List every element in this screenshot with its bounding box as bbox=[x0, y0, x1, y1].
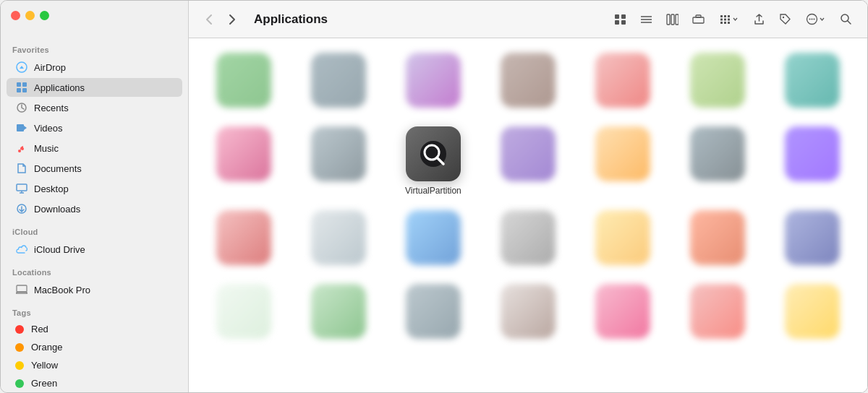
list-item[interactable] bbox=[678, 126, 758, 196]
app-grid: VirtualPartition bbox=[203, 53, 853, 343]
tags-section-label: Tags bbox=[1, 300, 188, 320]
list-item[interactable] bbox=[678, 53, 758, 112]
app-icon bbox=[785, 53, 840, 108]
icon-view-button[interactable] bbox=[608, 9, 631, 30]
app-icon bbox=[690, 126, 745, 181]
sidebar-item-tag-red[interactable]: Red bbox=[7, 321, 182, 337]
column-view-button[interactable] bbox=[660, 9, 684, 30]
app-icon bbox=[311, 210, 366, 265]
music-icon bbox=[15, 142, 28, 155]
list-item[interactable] bbox=[203, 126, 284, 196]
list-item[interactable] bbox=[583, 53, 663, 112]
downloads-icon bbox=[15, 202, 28, 215]
list-item[interactable] bbox=[393, 284, 473, 343]
svg-rect-2 bbox=[22, 82, 27, 87]
list-item[interactable] bbox=[488, 53, 568, 112]
tag-green-label: Green bbox=[31, 378, 57, 389]
svg-rect-12 bbox=[17, 285, 27, 292]
sidebar-item-icloud-drive[interactable]: iCloud Drive bbox=[7, 240, 182, 259]
icloud-icon bbox=[15, 243, 28, 256]
app-icon bbox=[311, 126, 366, 181]
list-view-button[interactable] bbox=[634, 9, 658, 30]
app-icon bbox=[595, 210, 650, 265]
sidebar-item-airdrop[interactable]: AirDrop bbox=[7, 58, 182, 77]
list-item[interactable] bbox=[298, 53, 378, 112]
maximize-button[interactable] bbox=[40, 11, 49, 20]
sidebar-item-downloads[interactable]: Downloads bbox=[7, 199, 182, 218]
list-item[interactable] bbox=[678, 210, 758, 269]
svg-rect-31 bbox=[728, 15, 730, 17]
svg-rect-15 bbox=[615, 20, 619, 25]
list-item[interactable] bbox=[393, 210, 473, 269]
list-item[interactable] bbox=[298, 210, 378, 269]
list-item[interactable] bbox=[678, 284, 758, 343]
list-item[interactable] bbox=[488, 126, 568, 196]
recents-label: Recents bbox=[34, 103, 69, 113]
sidebar-item-recents[interactable]: Recents bbox=[7, 98, 182, 117]
videos-label: Videos bbox=[34, 123, 63, 134]
list-item[interactable] bbox=[773, 126, 853, 196]
share-button[interactable] bbox=[747, 9, 770, 30]
app-icon bbox=[216, 126, 271, 181]
sidebar-item-videos[interactable]: Videos bbox=[7, 118, 182, 137]
svg-rect-1 bbox=[17, 82, 21, 87]
content-area: VirtualPartition bbox=[189, 38, 867, 392]
svg-point-36 bbox=[809, 19, 811, 20]
svg-rect-10 bbox=[17, 184, 27, 191]
gallery-view-button[interactable] bbox=[686, 9, 710, 30]
tag-button[interactable] bbox=[773, 9, 796, 30]
list-item[interactable] bbox=[488, 284, 568, 343]
music-label: Music bbox=[34, 143, 59, 154]
svg-marker-7 bbox=[24, 126, 27, 130]
svg-point-9 bbox=[21, 147, 24, 150]
virtual-partition-item[interactable]: VirtualPartition bbox=[393, 126, 473, 196]
forward-button[interactable] bbox=[222, 9, 242, 30]
icloud-drive-label: iCloud Drive bbox=[34, 244, 85, 255]
sidebar-item-tag-orange[interactable]: Orange bbox=[7, 339, 182, 355]
virtual-partition-icon bbox=[406, 126, 461, 181]
list-item[interactable] bbox=[298, 284, 378, 343]
list-item[interactable] bbox=[203, 284, 284, 343]
app-icon bbox=[501, 284, 556, 339]
tag-yellow-dot bbox=[15, 361, 24, 370]
window-controls bbox=[11, 11, 49, 20]
svg-rect-21 bbox=[671, 14, 674, 25]
list-item[interactable] bbox=[773, 210, 853, 269]
svg-point-8 bbox=[18, 150, 21, 152]
downloads-label: Downloads bbox=[34, 204, 80, 215]
svg-line-40 bbox=[847, 21, 851, 25]
toolbar-title: Applications bbox=[254, 12, 603, 27]
sort-button[interactable] bbox=[712, 9, 744, 30]
app-icon bbox=[785, 210, 840, 265]
sidebar-item-tag-yellow[interactable]: Yellow bbox=[7, 357, 182, 373]
sidebar-item-macbook-pro[interactable]: MacBook Pro bbox=[7, 280, 182, 299]
list-item[interactable] bbox=[773, 53, 853, 112]
list-item[interactable] bbox=[203, 210, 284, 269]
close-button[interactable] bbox=[11, 11, 20, 20]
back-button[interactable] bbox=[199, 9, 219, 30]
tag-orange-dot bbox=[15, 343, 24, 352]
list-item[interactable] bbox=[298, 126, 378, 196]
svg-point-38 bbox=[814, 19, 815, 20]
search-button[interactable] bbox=[834, 9, 857, 30]
list-item[interactable] bbox=[583, 284, 663, 343]
sidebar-item-music[interactable]: Music bbox=[7, 139, 182, 157]
list-item[interactable] bbox=[583, 126, 663, 196]
list-item[interactable] bbox=[393, 53, 473, 112]
svg-rect-14 bbox=[621, 14, 626, 19]
list-item[interactable] bbox=[203, 53, 284, 112]
sidebar-item-tag-green[interactable]: Green bbox=[7, 375, 182, 392]
app-icon bbox=[785, 126, 840, 181]
svg-rect-33 bbox=[728, 22, 730, 24]
sidebar-item-applications[interactable]: Applications bbox=[7, 78, 182, 97]
sidebar: Favorites AirDrop Applications Recents V… bbox=[1, 1, 189, 392]
svg-rect-6 bbox=[17, 124, 24, 131]
svg-rect-27 bbox=[720, 22, 723, 24]
sidebar-item-desktop[interactable]: Desktop bbox=[7, 179, 182, 198]
list-item[interactable] bbox=[488, 210, 568, 269]
sidebar-item-documents[interactable]: Documents bbox=[7, 159, 182, 178]
list-item[interactable] bbox=[773, 284, 853, 343]
list-item[interactable] bbox=[583, 210, 663, 269]
minimize-button[interactable] bbox=[25, 11, 35, 20]
more-options-button[interactable] bbox=[799, 9, 831, 30]
